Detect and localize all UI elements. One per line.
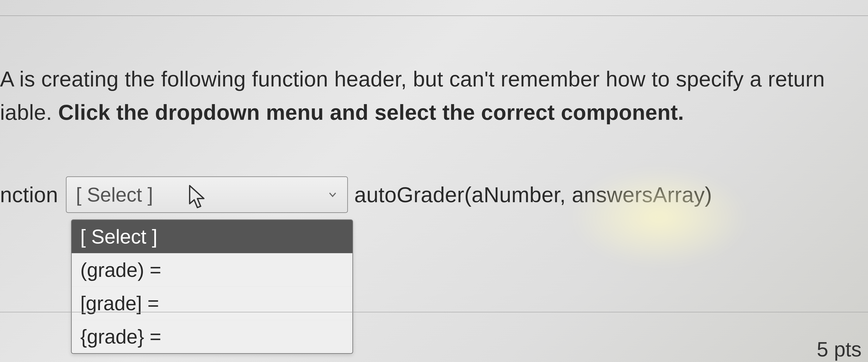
question-instruction: Click the dropdown menu and select the c… [58,100,684,124]
top-divider [0,15,868,16]
bottom-divider [0,312,868,312]
quiz-question-screen: A is creating the following function hea… [0,0,868,362]
mouse-cursor-icon [187,184,208,210]
select-option-brace[interactable]: {grade} = [72,320,352,353]
function-header-row: nction [ Select ] autoGrader(aNumber, an… [0,176,712,213]
function-signature-tail: autoGrader(aNumber, answersArray) [354,183,712,207]
points-label: 5 pts [817,337,862,361]
return-variable-select[interactable]: [ Select ] [66,176,348,213]
question-line-2-prefix: iable. [0,100,58,124]
question-text: A is creating the following function hea… [0,62,859,129]
select-option-paren[interactable]: (grade) = [72,253,352,287]
select-option-placeholder[interactable]: [ Select ] [72,220,352,253]
chevron-down-icon [328,190,338,200]
function-keyword: nction [0,183,58,207]
select-option-bracket[interactable]: [grade] = [72,287,352,320]
select-placeholder-text: [ Select ] [76,184,153,206]
select-options-list: [ Select ] (grade) = [grade] = {grade} = [71,220,353,354]
question-line-1: A is creating the following function hea… [0,67,825,91]
